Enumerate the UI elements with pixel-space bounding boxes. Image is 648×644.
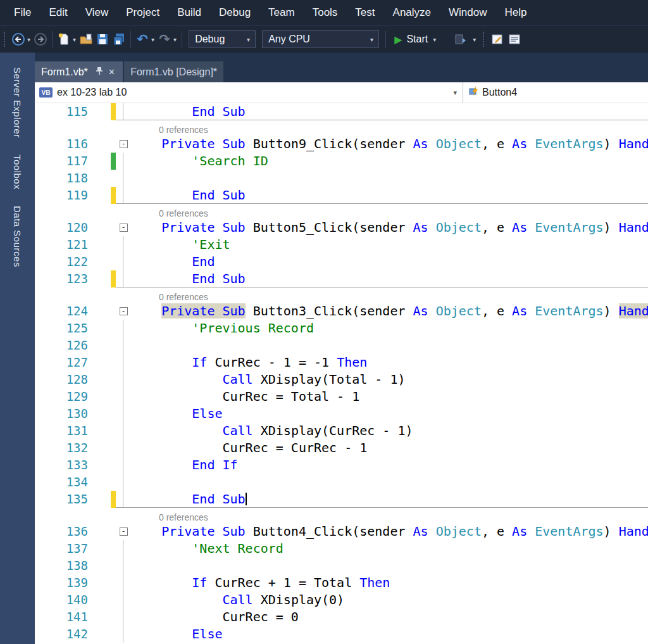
- line-number[interactable]: 128: [35, 371, 111, 388]
- collapse-region-icon[interactable]: -: [120, 527, 128, 536]
- line-number[interactable]: 139: [35, 574, 111, 591]
- code-line[interactable]: 141 CurRec = 0: [35, 609, 648, 626]
- references-count[interactable]: 0 references: [131, 289, 208, 303]
- code-text[interactable]: 'Exit: [131, 236, 648, 253]
- menu-build[interactable]: Build: [168, 0, 210, 25]
- menu-tools[interactable]: Tools: [304, 0, 347, 25]
- line-number[interactable]: 141: [35, 609, 111, 626]
- save-all-icon[interactable]: [111, 30, 127, 48]
- line-number[interactable]: 127: [35, 354, 111, 371]
- menu-help[interactable]: Help: [496, 0, 536, 25]
- code-line[interactable]: 134: [35, 474, 648, 491]
- solution-explorer-icon[interactable]: [452, 30, 468, 48]
- code-line[interactable]: 128 Call XDisplay(Total - 1): [35, 371, 648, 388]
- navigate-forward-icon[interactable]: [32, 30, 49, 48]
- code-text[interactable]: End: [131, 253, 648, 270]
- line-number[interactable]: 129: [35, 388, 111, 405]
- line-number[interactable]: 117: [35, 153, 111, 170]
- code-text[interactable]: [131, 557, 648, 574]
- toolbar-grip[interactable]: [483, 32, 487, 47]
- code-line[interactable]: 131 Call XDisplay(CurRec - 1): [35, 422, 648, 439]
- code-line[interactable]: 142 Else: [35, 626, 648, 643]
- line-number[interactable]: 134: [35, 474, 111, 491]
- menu-edit[interactable]: Edit: [40, 0, 76, 25]
- line-number[interactable]: 130: [35, 405, 111, 422]
- code-line[interactable]: 116- Private Sub Button9_Click(sender As…: [35, 136, 648, 153]
- tab-form1-code[interactable]: Form1.vb* ×: [35, 61, 123, 82]
- code-line[interactable]: 139 If CurRec + 1 = Total Then: [35, 574, 648, 591]
- sidebar-item-toolbox[interactable]: Toolbox: [12, 146, 23, 198]
- line-number[interactable]: 116: [35, 136, 111, 153]
- line-number[interactable]: 125: [35, 320, 111, 337]
- code-text[interactable]: End Sub: [131, 491, 648, 507]
- new-file-dropdown[interactable]: ▾: [72, 36, 78, 43]
- redo-icon[interactable]: ↷: [156, 30, 173, 48]
- save-icon[interactable]: [94, 30, 111, 48]
- line-number[interactable]: 118: [35, 170, 111, 187]
- code-text[interactable]: CurRec = Total - 1: [131, 388, 648, 405]
- close-icon[interactable]: ×: [107, 66, 116, 78]
- code-line[interactable]: 115 End Sub: [35, 103, 648, 120]
- line-number[interactable]: 140: [35, 591, 111, 609]
- window-list-icon[interactable]: [506, 30, 522, 48]
- new-file-icon[interactable]: [56, 30, 72, 48]
- code-line[interactable]: 133 End If: [35, 457, 648, 474]
- code-text[interactable]: Private Sub Button3_Click(sender As Obje…: [131, 303, 648, 320]
- menu-window[interactable]: Window: [440, 0, 495, 25]
- code-line[interactable]: 132 CurRec = CurRec - 1: [35, 439, 648, 457]
- code-text[interactable]: [131, 474, 648, 491]
- start-dropdown[interactable]: ▾: [432, 36, 438, 43]
- line-number[interactable]: [35, 508, 111, 523]
- add-item-icon[interactable]: [78, 30, 94, 48]
- menu-file[interactable]: File: [5, 0, 40, 25]
- menu-view[interactable]: View: [77, 0, 118, 25]
- line-number[interactable]: [35, 204, 111, 219]
- code-text[interactable]: Else: [131, 405, 648, 422]
- navigate-backward-dropdown[interactable]: ▾: [27, 36, 32, 43]
- start-debug-button[interactable]: ▶ Start ▾: [394, 34, 438, 46]
- code-line[interactable]: 137 'Next Record: [35, 540, 648, 557]
- menu-test[interactable]: Test: [346, 0, 383, 25]
- solution-configuration-combo[interactable]: Debug ▾: [189, 30, 256, 48]
- sidebar-item-data-sources[interactable]: Data Sources: [12, 198, 23, 275]
- code-text[interactable]: [131, 170, 648, 187]
- undo-icon[interactable]: ↶: [134, 30, 151, 48]
- codelens-row[interactable]: 0 references: [35, 204, 648, 219]
- line-number[interactable]: 138: [35, 557, 111, 574]
- code-text[interactable]: If CurRec - 1 = -1 Then: [131, 354, 648, 371]
- line-number[interactable]: 115: [35, 103, 111, 120]
- code-line[interactable]: 126: [35, 337, 648, 354]
- code-text[interactable]: Call XDisplay(Total - 1): [131, 371, 648, 388]
- line-number[interactable]: 126: [35, 337, 111, 354]
- references-count[interactable]: 0 references: [131, 510, 208, 523]
- tab-form1-design[interactable]: Form1.vb [Design]*: [124, 61, 223, 82]
- code-text[interactable]: Private Sub Button4_Click(sender As Obje…: [131, 523, 648, 540]
- menu-team[interactable]: Team: [259, 0, 304, 25]
- code-text[interactable]: Call XDisplay(0): [131, 591, 648, 609]
- sidebar-item-server-explorer[interactable]: Server Explorer: [12, 59, 23, 146]
- codelens-row[interactable]: 0 references: [35, 120, 648, 136]
- code-text[interactable]: [131, 337, 648, 354]
- code-text[interactable]: CurRec = 0: [131, 609, 648, 626]
- code-line[interactable]: 130 Else: [35, 405, 648, 422]
- code-line[interactable]: 136- Private Sub Button4_Click(sender As…: [35, 523, 648, 540]
- code-text[interactable]: Call XDisplay(CurRec - 1): [131, 422, 648, 439]
- collapse-region-icon[interactable]: -: [120, 307, 128, 315]
- line-number[interactable]: [35, 120, 111, 136]
- code-line[interactable]: 122 End: [35, 253, 648, 270]
- code-line[interactable]: 123 End Sub: [35, 270, 648, 287]
- toolbar-grip[interactable]: [4, 32, 8, 47]
- line-number[interactable]: 133: [35, 457, 111, 474]
- type-dropdown[interactable]: VB ex 10-23 lab 10 ▾: [35, 82, 463, 103]
- line-number[interactable]: 122: [35, 253, 111, 270]
- code-text[interactable]: End Sub: [131, 270, 648, 287]
- line-number[interactable]: 123: [35, 270, 111, 287]
- code-text[interactable]: End If: [131, 457, 648, 474]
- collapse-region-icon[interactable]: -: [120, 140, 128, 148]
- code-text[interactable]: Private Sub Button9_Click(sender As Obje…: [131, 136, 648, 153]
- line-number[interactable]: 121: [35, 236, 111, 253]
- code-text[interactable]: If CurRec + 1 = Total Then: [131, 574, 648, 591]
- code-line[interactable]: 125 'Previous Record: [35, 320, 648, 337]
- code-line[interactable]: 127 If CurRec - 1 = -1 Then: [35, 354, 648, 371]
- menu-project[interactable]: Project: [117, 0, 168, 25]
